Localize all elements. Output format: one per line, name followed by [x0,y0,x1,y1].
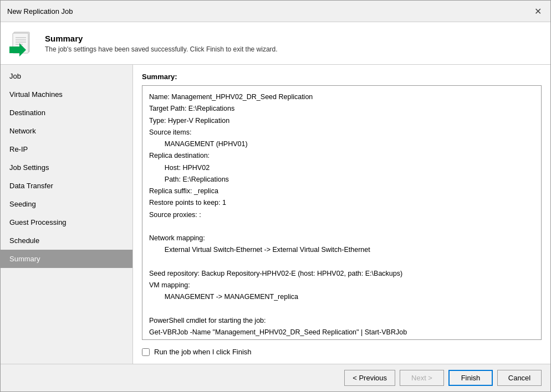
sidebar-item-virtual-machines[interactable]: Virtual Machines [1,85,132,104]
sidebar-item-data-transfer[interactable]: Data Transfer [1,177,132,195]
summary-text: Name: Management_HPHV02_DR_Seed Replicat… [142,85,542,340]
sidebar-item-seeding[interactable]: Seeding [1,195,132,213]
sidebar-item-job-settings[interactable]: Job Settings [1,158,132,177]
header-subtitle: The job's settings have been saved succe… [45,45,542,53]
sidebar-item-network[interactable]: Network [1,122,132,140]
dialog-window: New Replication Job ✕ Summary The job's … [0,0,551,392]
previous-button[interactable]: < Previous [344,370,395,386]
sidebar-item-summary[interactable]: Summary [1,250,132,268]
checkbox-row: Run the job when I click Finish [142,348,542,356]
sidebar-item-guest-processing[interactable]: Guest Processing [1,213,132,231]
header-icon [9,30,36,56]
header-title: Summary [45,34,542,43]
sidebar-item-re-ip[interactable]: Re-IP [1,140,132,158]
run-job-label: Run the job when I click Finish [154,348,252,356]
sidebar-item-destination[interactable]: Destination [1,104,132,122]
footer: < Previous Next > Finish Cancel [1,364,550,391]
next-button[interactable]: Next > [400,370,444,386]
summary-label: Summary: [142,73,542,81]
cancel-button[interactable]: Cancel [497,370,542,386]
finish-button[interactable]: Finish [448,370,493,386]
sidebar-item-schedule[interactable]: Schedule [1,231,132,250]
header-section: Summary The job's settings have been sav… [1,22,550,65]
sidebar: JobVirtual MachinesDestinationNetworkRe-… [1,65,132,364]
dialog-title: New Replication Job [7,7,73,16]
main-body: JobVirtual MachinesDestinationNetworkRe-… [1,65,550,364]
header-text: Summary The job's settings have been sav… [45,34,542,53]
content-area: Summary: Name: Management_HPHV02_DR_Seed… [132,65,550,364]
sidebar-item-job[interactable]: Job [1,67,132,85]
close-button[interactable]: ✕ [532,5,544,17]
title-bar: New Replication Job ✕ [1,1,550,22]
run-job-checkbox[interactable] [142,348,150,356]
